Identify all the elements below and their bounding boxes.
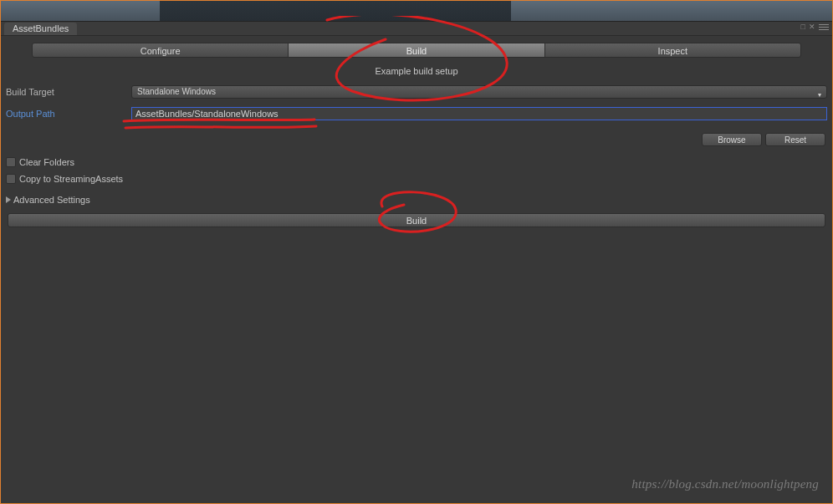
build-target-label: Build Target [6, 87, 131, 97]
panel-tab-assetbundles[interactable]: AssetBundles [4, 23, 77, 35]
path-buttons: Browse Reset [6, 128, 827, 155]
dropdown-caret-icon: ▾ [818, 89, 821, 101]
mode-segment: Configure Build Inspect [32, 43, 801, 58]
build-target-value: Standalone Windows [137, 87, 216, 96]
background-strip-dark [160, 1, 511, 21]
assetbundles-panel: AssetBundles □ ✕ Configure Build Inspect… [1, 21, 832, 503]
lock-icon[interactable]: □ [801, 23, 805, 31]
watermark: https://blog.csdn.net/moonlightpeng [631, 477, 819, 491]
copy-streaming-checkbox[interactable] [6, 174, 16, 184]
tab-build[interactable]: Build [289, 43, 544, 58]
foldout-triangle-icon [6, 196, 11, 203]
browse-button[interactable]: Browse [702, 133, 762, 146]
clear-folders-checkbox[interactable] [6, 157, 16, 167]
output-path-input[interactable]: AssetBundles/StandaloneWindows [131, 107, 827, 120]
clear-folders-row: Clear Folders [6, 155, 827, 170]
advanced-settings-label: Advanced Settings [13, 195, 90, 205]
build-target-dropdown[interactable]: Standalone Windows ▾ [131, 85, 827, 99]
hamburger-icon[interactable] [819, 23, 829, 31]
copy-streaming-label: Copy to StreamingAssets [19, 174, 123, 184]
panel-tab-bar: AssetBundles □ ✕ [1, 22, 832, 36]
build-target-row: Build Target Standalone Windows ▾ [6, 84, 827, 99]
mode-toolbar: Configure Build Inspect [1, 36, 832, 61]
build-content: Build Target Standalone Windows ▾ Output… [1, 84, 832, 227]
window-controls: □ ✕ [801, 23, 829, 31]
reset-button[interactable]: Reset [765, 133, 825, 146]
tab-configure[interactable]: Configure [32, 43, 289, 58]
build-button[interactable]: Build [8, 213, 825, 227]
output-path-label: Output Path [6, 109, 131, 119]
output-path-row: Output Path AssetBundles/StandaloneWindo… [6, 106, 827, 121]
advanced-settings-foldout[interactable]: Advanced Settings [6, 195, 827, 205]
clear-folders-label: Clear Folders [19, 157, 74, 167]
copy-streaming-row: Copy to StreamingAssets [6, 171, 827, 186]
subtitle: Example build setup [1, 61, 832, 84]
close-icon[interactable]: ✕ [809, 23, 815, 31]
tab-inspect[interactable]: Inspect [545, 43, 801, 58]
